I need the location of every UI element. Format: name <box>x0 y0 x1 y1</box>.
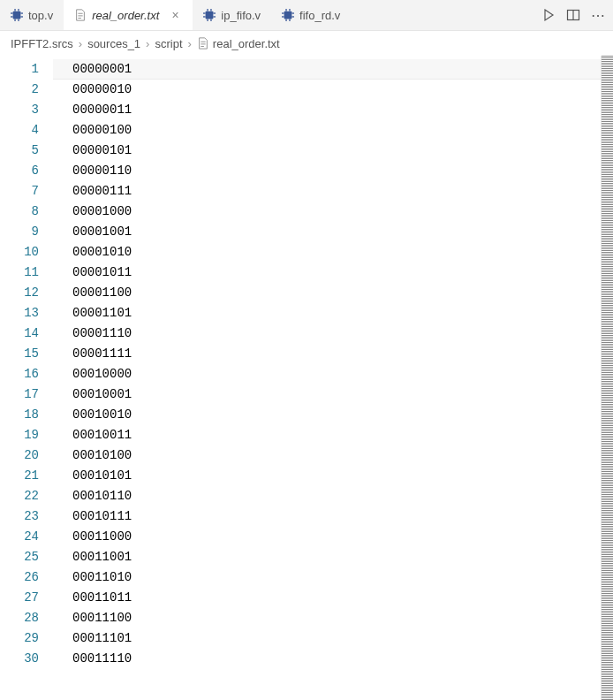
chevron-right-icon: › <box>188 37 192 50</box>
svg-rect-2 <box>18 9 19 11</box>
svg-rect-12 <box>208 19 208 21</box>
code-line: 00010101 <box>53 466 601 486</box>
verilog-icon <box>203 9 216 21</box>
toolbar-right: ⋯ <box>541 7 613 23</box>
line-number: 16 <box>0 364 53 384</box>
svg-rect-0 <box>13 11 21 19</box>
line-number: 27 <box>0 588 53 608</box>
code-line: 00001101 <box>53 303 601 323</box>
code-line: 00000010 <box>53 80 601 100</box>
more-icon[interactable]: ⋯ <box>590 7 606 23</box>
line-number: 25 <box>0 547 53 567</box>
tab-label: fifo_rd.v <box>299 9 340 22</box>
svg-rect-11 <box>211 9 212 11</box>
line-number: 30 <box>0 649 53 669</box>
tabs-bar: top.v real_order.txt × ip_fifo.v fifo_rd… <box>0 0 613 31</box>
line-number: 6 <box>0 161 53 181</box>
verilog-icon <box>11 9 23 21</box>
code-line: 00000011 <box>53 100 601 120</box>
breadcrumb-item[interactable]: IPFFT2.srcs <box>11 37 73 50</box>
tab-label: ip_fifo.v <box>221 9 261 22</box>
line-number: 26 <box>0 567 53 588</box>
code-line: 00000100 <box>53 120 601 141</box>
line-number: 8 <box>0 202 53 222</box>
verilog-icon <box>282 9 294 21</box>
code-line: 00010001 <box>53 384 601 405</box>
code-line: 00011100 <box>53 608 601 628</box>
breadcrumb: IPFFT2.srcs › sources_1 › script › real_… <box>0 31 613 56</box>
svg-rect-15 <box>203 16 206 17</box>
svg-rect-17 <box>214 16 216 17</box>
code-line: 00000111 <box>53 181 601 202</box>
tab-label: real_order.txt <box>92 9 159 22</box>
line-number: 23 <box>0 506 53 527</box>
code-line: 00010000 <box>53 364 601 384</box>
chevron-right-icon: › <box>79 37 82 50</box>
line-number: 19 <box>0 425 53 445</box>
svg-rect-23 <box>282 12 284 13</box>
svg-rect-26 <box>291 16 294 17</box>
line-number: 21 <box>0 466 53 486</box>
code-line: 00000101 <box>53 141 601 161</box>
line-number: 14 <box>0 323 53 344</box>
code-line: 00001100 <box>53 283 601 303</box>
document-icon <box>74 9 87 21</box>
line-number: 17 <box>0 384 53 405</box>
run-icon[interactable] <box>541 7 556 23</box>
svg-rect-24 <box>282 16 284 17</box>
line-number: 28 <box>0 608 53 628</box>
code-line: 00010100 <box>53 445 601 466</box>
code-line: 00011001 <box>53 547 601 567</box>
code-line: 00001010 <box>53 242 601 262</box>
editor-area: 1234567891011121314151617181920212223242… <box>0 56 613 700</box>
line-number: 15 <box>0 344 53 364</box>
svg-rect-9 <box>206 11 214 19</box>
line-number: 12 <box>0 283 53 303</box>
svg-rect-4 <box>18 19 19 21</box>
close-icon[interactable]: × <box>168 8 182 22</box>
code-line: 00001111 <box>53 344 601 364</box>
tab-fifo-rd-v[interactable]: fifo_rd.v <box>271 0 351 30</box>
tab-ip-fifo-v[interactable]: ip_fifo.v <box>193 0 271 30</box>
code-line: 00011000 <box>53 527 601 547</box>
svg-rect-7 <box>20 12 23 13</box>
code-line: 00011011 <box>53 588 601 608</box>
line-number: 29 <box>0 628 53 649</box>
line-number: 5 <box>0 141 53 161</box>
code-line: 00010011 <box>53 425 601 445</box>
line-number: 1 <box>0 59 53 80</box>
tab-real-order-txt[interactable]: real_order.txt × <box>64 0 193 30</box>
svg-rect-5 <box>11 12 13 13</box>
svg-rect-19 <box>285 9 286 11</box>
svg-rect-14 <box>203 12 206 13</box>
code-line: 00001011 <box>53 262 601 283</box>
tab-top-v[interactable]: top.v <box>0 0 64 30</box>
tab-label: top.v <box>28 9 53 22</box>
minimap[interactable] <box>601 56 613 700</box>
code-line: 00010111 <box>53 506 601 527</box>
code-line: 00011110 <box>53 649 601 669</box>
svg-rect-3 <box>14 19 15 21</box>
breadcrumb-item[interactable]: sources_1 <box>87 37 140 50</box>
breadcrumb-item[interactable]: real_order.txt <box>197 37 280 50</box>
code-line: 00011101 <box>53 628 601 649</box>
line-number: 3 <box>0 100 53 120</box>
svg-rect-6 <box>11 16 13 17</box>
code-content[interactable]: 0000000100000010000000110000010000000101… <box>53 56 601 700</box>
svg-rect-8 <box>20 16 23 17</box>
chevron-right-icon: › <box>146 37 149 50</box>
svg-rect-25 <box>291 12 294 13</box>
line-number: 18 <box>0 405 53 425</box>
svg-rect-21 <box>285 19 286 21</box>
line-number: 9 <box>0 222 53 242</box>
line-number: 22 <box>0 486 53 506</box>
split-editor-icon[interactable] <box>565 7 581 23</box>
code-line: 00001000 <box>53 202 601 222</box>
svg-rect-18 <box>284 11 292 19</box>
svg-rect-10 <box>208 9 208 11</box>
svg-rect-16 <box>214 12 216 13</box>
code-line: 00001110 <box>53 323 601 344</box>
breadcrumb-item[interactable]: script <box>155 37 182 50</box>
line-number: 13 <box>0 303 53 323</box>
svg-rect-20 <box>289 9 290 11</box>
